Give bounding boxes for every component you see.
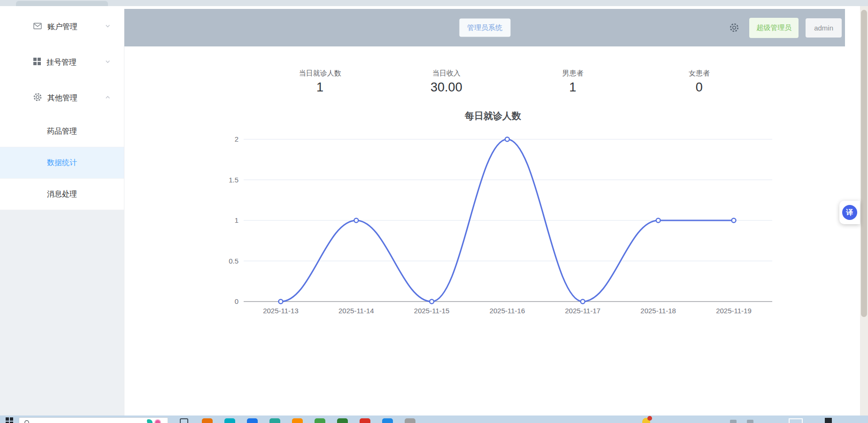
- taskbar-app-icons: [202, 418, 415, 423]
- sidebar: 账户管理 挂号管理 其他管理 药品管理 数据统计 消息处理: [0, 9, 124, 415]
- sidebar-group-label: 其他管理: [47, 93, 77, 103]
- y-tick-label: 0: [235, 297, 238, 305]
- taskbar-app-icon[interactable]: [315, 418, 325, 423]
- stat-label: 男患者: [510, 69, 636, 78]
- sidebar-item-label: 药品管理: [47, 127, 77, 136]
- taskbar-app-icon[interactable]: [202, 418, 213, 423]
- sidebar-group-label: 账户管理: [47, 22, 77, 32]
- x-axis-label: 2025-11-18: [640, 307, 676, 315]
- stat-value: 0: [636, 80, 762, 95]
- role-badge: 超级管理员: [749, 18, 799, 38]
- stat-daily-visits: 当日就诊人数 1: [257, 69, 383, 95]
- search-icon: [24, 420, 31, 423]
- sidebar-item-drug-management[interactable]: 药品管理: [0, 116, 124, 147]
- background-browser-tab[interactable]: [16, 1, 108, 6]
- sidebar-group-registration[interactable]: 挂号管理: [0, 45, 124, 80]
- sidebar-group-label: 挂号管理: [46, 58, 77, 68]
- mail-icon: [33, 21, 42, 32]
- daily-visits-line-chart: 00.511.522025-11-132025-11-142025-11-152…: [202, 131, 793, 319]
- data-point: [505, 137, 509, 142]
- browser-scrollbar-thumb[interactable]: [861, 10, 867, 317]
- chevron-down-icon: [105, 58, 111, 67]
- tray-window-outline-icon[interactable]: [789, 418, 803, 423]
- stat-female-patients: 女患者 0: [636, 69, 762, 95]
- translate-floating-button[interactable]: 译: [839, 201, 860, 224]
- taskbar-app-icon[interactable]: [360, 418, 370, 423]
- browser-scrollbar-track[interactable]: [860, 6, 868, 415]
- stats-row: 当日就诊人数 1 当日收入 30.00 男患者 1 女患者 0: [257, 69, 762, 95]
- taskbar-app-icon[interactable]: [292, 418, 303, 423]
- data-point: [732, 219, 736, 223]
- sidebar-empty-area: [0, 210, 124, 415]
- y-tick-label: 0.5: [229, 257, 238, 265]
- sidebar-item-message-handling[interactable]: 消息处理: [0, 179, 124, 210]
- x-axis-label: 2025-11-13: [263, 307, 299, 315]
- settings-gear-icon[interactable]: [729, 23, 739, 33]
- stat-label: 女患者: [636, 69, 762, 78]
- gear-icon: [33, 92, 42, 104]
- y-tick-label: 1: [235, 216, 238, 224]
- sidebar-item-data-statistics[interactable]: 数据统计: [0, 147, 124, 179]
- x-axis-label: 2025-11-14: [338, 307, 374, 315]
- data-point: [279, 300, 283, 304]
- stat-daily-income: 当日收入 30.00: [383, 69, 509, 95]
- taskbar-app-icon[interactable]: [405, 418, 415, 423]
- sidebar-group-other[interactable]: 其他管理: [0, 80, 124, 116]
- data-point: [354, 219, 358, 223]
- taskbar-app-icon[interactable]: [269, 418, 280, 423]
- stat-male-patients: 男患者 1: [510, 69, 636, 95]
- sidebar-item-label: 消息处理: [47, 189, 77, 199]
- taskbar-app-icon[interactable]: [247, 418, 258, 423]
- x-axis-label: 2025-11-19: [716, 307, 752, 315]
- tray-status-icons: [730, 420, 753, 423]
- y-tick-label: 1.5: [229, 176, 238, 184]
- taskbar-app-icon[interactable]: [224, 418, 235, 423]
- chart-title: 每日就诊人数: [202, 110, 784, 122]
- stat-value: 1: [257, 80, 383, 95]
- header-right-cluster: 超级管理员 admin: [729, 9, 842, 46]
- main-content: 当日就诊人数 1 当日收入 30.00 男患者 1 女患者 0 每日就诊人数 0…: [124, 46, 845, 415]
- taskbar-app-icon[interactable]: [382, 418, 393, 423]
- start-button-icon[interactable]: [6, 417, 13, 423]
- x-axis-label: 2025-11-15: [414, 307, 450, 315]
- taskbar-search-input[interactable]: [19, 417, 168, 423]
- stat-label: 当日收入: [383, 69, 509, 78]
- chevron-down-icon: [105, 23, 111, 31]
- username-button[interactable]: admin: [806, 18, 842, 38]
- y-tick-label: 2: [235, 135, 238, 143]
- grid-icon: [33, 57, 41, 68]
- stat-label: 当日就诊人数: [257, 69, 383, 78]
- chevron-up-icon: [105, 94, 111, 102]
- tray-input-method-icon[interactable]: [825, 418, 832, 423]
- sidebar-item-label: 数据统计: [47, 158, 77, 168]
- desktop: { "colors": { "active_menu_text": "#409e…: [0, 0, 868, 423]
- task-view-icon[interactable]: [180, 418, 188, 423]
- translate-icon: 译: [842, 205, 857, 220]
- admin-system-button[interactable]: 管理员系统: [459, 19, 510, 37]
- x-axis-label: 2025-11-16: [490, 307, 525, 315]
- top-header: 管理员系统 超级管理员 admin: [124, 9, 845, 46]
- windows-taskbar: [0, 415, 868, 423]
- stat-value: 30.00: [383, 80, 509, 95]
- data-point: [581, 300, 585, 304]
- sidebar-group-account[interactable]: 账户管理: [0, 9, 124, 45]
- data-point: [656, 219, 661, 223]
- x-axis-label: 2025-11-17: [565, 307, 601, 315]
- data-point: [430, 300, 434, 304]
- taskbar-app-icon[interactable]: [337, 418, 348, 423]
- search-widget-icon: [147, 419, 161, 423]
- tray-help-badge-icon[interactable]: [642, 418, 650, 423]
- browser-top-strip: [0, 0, 868, 6]
- stat-value: 1: [510, 80, 636, 95]
